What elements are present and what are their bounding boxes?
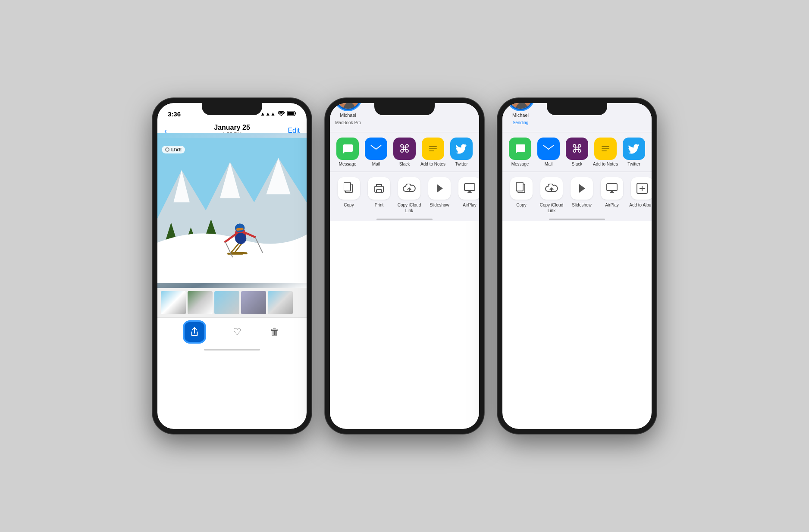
airdrop-item-michael-2[interactable]: Michael MacBook Pro — [335, 103, 361, 125]
phones-container: 3:36 ▲▲▲ ‹ January 25 — [152, 98, 657, 434]
app-message-2[interactable]: Message — [335, 138, 360, 166]
slack-label-3: Slack — [572, 162, 582, 166]
thumb-2[interactable] — [188, 291, 213, 314]
notes-label-3: Add to Notes — [593, 162, 618, 166]
share-sheet-3: Tap to share with AirDrop — [502, 103, 652, 221]
action-print-2[interactable]: Print — [365, 177, 393, 213]
title-date: January 25 — [186, 124, 278, 131]
photo-bg-2: LIVE — [330, 135, 479, 221]
main-photo-1 — [157, 133, 307, 288]
action-icloud-2[interactable]: Copy iCloud Link — [395, 177, 423, 213]
app-twitter-2[interactable]: Twitter — [449, 138, 474, 166]
airdrop-sub-2: MacBook Pro — [335, 120, 361, 125]
airplay-label-3: AirPlay — [605, 202, 619, 208]
airdrop-sub-3: Sending — [513, 120, 529, 125]
wifi-icon-1 — [278, 111, 285, 117]
slideshow-label-3: Slideshow — [572, 202, 592, 208]
delete-button[interactable]: 🗑 — [270, 326, 279, 338]
svg-rect-50 — [429, 148, 437, 149]
status-icons-1: ▲▲▲ — [260, 111, 296, 117]
svg-rect-49 — [429, 146, 437, 147]
phone-2-frame: 3:36 ▲▲▲ Cancel 1 Photo — [325, 98, 484, 434]
phone-2: 3:36 ▲▲▲ Cancel 1 Photo — [325, 98, 484, 434]
svg-rect-89 — [607, 184, 617, 191]
airplay-icon-2 — [458, 177, 479, 200]
action-copy-3[interactable]: Copy — [508, 177, 535, 213]
app-slack-3[interactable]: ⌘ Slack — [564, 138, 590, 166]
svg-rect-82 — [602, 146, 609, 147]
twitter-icon-2 — [450, 138, 473, 160]
print-label-2: Print — [375, 202, 384, 208]
live-badge-1: LIVE — [162, 146, 185, 153]
icloud-icon-3 — [540, 177, 563, 200]
phone-1-frame: 3:36 ▲▲▲ ‹ January 25 — [152, 98, 312, 434]
phone-3-frame: 3:36 ▲▲▲ Done 1 Photo Se — [497, 98, 657, 434]
action-airplay-2[interactable]: AirPlay — [456, 177, 479, 213]
notes-label-2: Add to Notes — [420, 162, 445, 166]
twitter-label-3: Twitter — [627, 162, 640, 166]
app-twitter-3[interactable]: Twitter — [621, 138, 646, 166]
app-notes-3[interactable]: Add to Notes — [593, 138, 618, 166]
svg-marker-88 — [579, 184, 585, 193]
thumb-3[interactable] — [214, 291, 239, 314]
airdrop-name-2: Michael — [340, 113, 356, 118]
divider-apps-2 — [330, 172, 479, 172]
message-label-3: Message — [511, 162, 529, 166]
action-airplay-3[interactable]: AirPlay — [598, 177, 626, 213]
twitter-label-2: Twitter — [455, 162, 467, 166]
thumbnail-strip — [157, 288, 307, 317]
airdrop-item-michael-3[interactable]: Michael Sending — [508, 103, 533, 125]
svg-rect-53 — [344, 182, 351, 191]
svg-rect-83 — [602, 148, 609, 149]
notch-2 — [374, 103, 435, 115]
time-1: 3:36 — [168, 110, 181, 118]
mail-icon-3 — [537, 138, 560, 160]
action-icloud-3[interactable]: Copy iCloud Link — [538, 177, 565, 213]
svg-rect-58 — [464, 184, 475, 191]
slack-icon-2: ⌘ — [393, 138, 416, 160]
copy-icon-3 — [510, 177, 533, 200]
thumb-5[interactable] — [268, 291, 293, 314]
icloud-label-3: Copy iCloud Link — [538, 202, 565, 213]
notch-1 — [202, 103, 262, 115]
action-copy-2[interactable]: Copy — [335, 177, 363, 213]
mail-label-3: Mail — [545, 162, 552, 166]
app-slack-2[interactable]: ⌘ Slack — [392, 138, 417, 166]
divider-airdrop-3 — [502, 132, 652, 132]
slideshow-icon-2 — [428, 177, 451, 200]
action-addalbum-3[interactable]: Add to Album — [628, 177, 652, 213]
battery-icon-1 — [287, 111, 296, 117]
print-icon-2 — [368, 177, 390, 200]
share-button[interactable] — [185, 322, 204, 342]
live-dot — [165, 147, 169, 152]
action-row-2: Copy Print — [330, 175, 479, 216]
app-mail-2[interactable]: Mail — [364, 138, 389, 166]
airplay-label-2: AirPlay — [463, 202, 477, 208]
message-label-2: Message — [339, 162, 357, 166]
copy-label-2: Copy — [344, 202, 354, 208]
svg-rect-84 — [602, 150, 607, 151]
addalbum-icon-3 — [631, 177, 652, 200]
slack-icon-3: ⌘ — [566, 138, 588, 160]
phone-3: 3:36 ▲▲▲ Done 1 Photo Se — [497, 98, 657, 434]
app-row-3: Message Mail ⌘ — [502, 135, 652, 169]
action-slideshow-3[interactable]: Slideshow — [568, 177, 596, 213]
slack-label-2: Slack — [399, 162, 410, 166]
app-notes-2[interactable]: Add to Notes — [420, 138, 445, 166]
thumb-4[interactable] — [241, 291, 266, 314]
action-slideshow-2[interactable]: Slideshow — [426, 177, 453, 213]
copy-icon-2 — [338, 177, 360, 200]
thumb-1[interactable] — [161, 291, 186, 314]
app-row-2: Message Mail ⌘ — [330, 135, 479, 169]
twitter-icon-3 — [623, 138, 645, 160]
favorite-button[interactable]: ♡ — [233, 326, 241, 338]
mail-icon-2 — [365, 138, 387, 160]
slideshow-label-2: Slideshow — [430, 202, 449, 208]
addalbum-label-3: Add to Album — [629, 202, 652, 208]
copy-label-3: Copy — [516, 202, 526, 208]
svg-rect-55 — [376, 190, 382, 192]
app-mail-3[interactable]: Mail — [536, 138, 561, 166]
home-indicator-1 — [204, 349, 260, 350]
icloud-label-2: Copy iCloud Link — [395, 202, 423, 213]
app-message-3[interactable]: Message — [508, 138, 533, 166]
